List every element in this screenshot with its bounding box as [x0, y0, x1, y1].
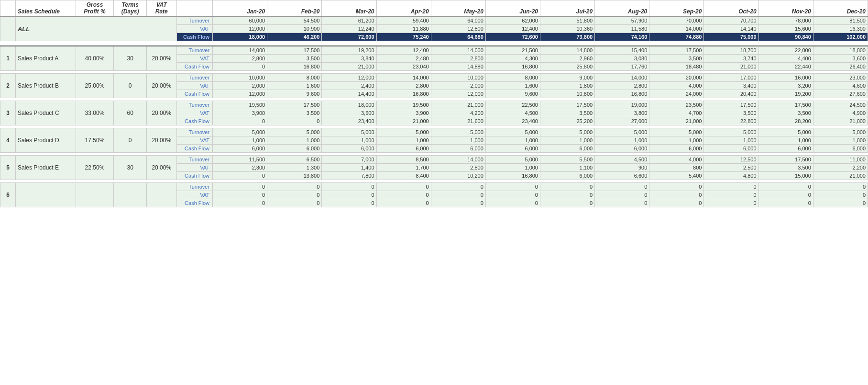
product-2-vat-val: 2,000	[213, 81, 267, 90]
product-3-cashflow-val: 21,000	[649, 117, 704, 125]
product-4-vat-val: 1,000	[431, 136, 485, 144]
product-4-name: Sales Product D	[15, 128, 76, 152]
product-6-turnover-val: 0	[267, 182, 322, 191]
product-1-vat-val: 3,080	[595, 54, 649, 62]
product-2-vat-val: 1,600	[485, 81, 540, 90]
product-4-vat-label: VAT	[176, 136, 212, 144]
product-5-vat-val: 1,000	[485, 163, 540, 171]
all-turnover-val: 62,000	[485, 16, 540, 25]
product-1-cashflow-val: 16,800	[267, 62, 322, 70]
product-3-cashflow-val: 0	[213, 117, 267, 125]
product-5-turnover-val: 8,500	[376, 155, 431, 163]
product-3-cashflow-val: 27,000	[595, 117, 649, 125]
product-4-turnover-val: 5,000	[431, 128, 485, 136]
product-6-vat-rate	[146, 182, 176, 207]
product-4-cashflow-val: 6,000	[758, 144, 813, 152]
product-5-cashflow-val: 16,800	[485, 171, 540, 180]
product-5-vat-val: 2,300	[213, 163, 267, 171]
product-1-cashflow-val: 22,440	[758, 62, 813, 70]
product-2-turnover-val: 12,000	[322, 73, 376, 81]
product-3-cashflow-val: 25,200	[540, 117, 594, 125]
all-vat-val: 12,400	[485, 25, 540, 33]
product-3-turnover-val: 18,000	[322, 101, 376, 109]
product-1-vat-val: 3,600	[813, 54, 868, 62]
product-2-cashflow-val: 9,600	[267, 90, 322, 98]
product-1-name: Sales Product A	[15, 46, 76, 71]
product-1-turnover-val: 22,000	[758, 46, 813, 55]
product-1-vat-val: 4,300	[485, 54, 540, 62]
product-3-vat-val: 3,500	[704, 109, 758, 117]
product-5-vat-val: 1,300	[267, 163, 322, 171]
product-2-cashflow-val: 20,400	[704, 90, 758, 98]
product-5-cashflow-val: 6,600	[595, 171, 649, 180]
header-mar: Mar-20	[322, 0, 376, 17]
product-2-turnover-row: 2 Sales Product B 25.00% 0 20.00% Turnov…	[0, 73, 868, 81]
all-name: ALL	[15, 16, 176, 41]
product-5-vat-val: 1,400	[322, 163, 376, 171]
product-2-cashflow-val: 16,800	[595, 90, 649, 98]
product-2-vat-val: 2,000	[431, 81, 485, 90]
header-sep: Sep-20	[649, 0, 704, 17]
product-2-turnover-val: 9,000	[540, 73, 594, 81]
product-3-cashflow-val: 21,600	[431, 117, 485, 125]
product-3-turnover-val: 21,000	[431, 101, 485, 109]
product-4-vat-val: 1,000	[649, 136, 704, 144]
product-5-turnover-val: 7,000	[322, 155, 376, 163]
product-4-terms: 0	[114, 128, 146, 152]
product-6-turnover-row: 6 Turnover 000000000000	[0, 182, 868, 191]
product-6-cashflow-val: 0	[431, 199, 485, 207]
product-2-turnover-label: Turnover	[176, 73, 212, 81]
product-5-cashflow-val: 10,200	[431, 171, 485, 180]
product-3-cashflow-val: 28,200	[758, 117, 813, 125]
product-5-turnover-row: 5 Sales Product E 22.50% 30 20.00% Turno…	[0, 155, 868, 163]
product-6-cashflow-val: 0	[213, 199, 267, 207]
product-1-turnover-val: 17,500	[649, 46, 704, 55]
product-1-vat-val: 3,500	[649, 54, 704, 62]
product-2-terms: 0	[114, 73, 146, 98]
product-6-vat-val: 0	[595, 191, 649, 199]
all-turnover-val: 78,000	[758, 16, 813, 25]
product-3-vat-val: 3,800	[595, 109, 649, 117]
product-1-turnover-val: 18,700	[704, 46, 758, 55]
product-4-turnover-val: 5,000	[213, 128, 267, 136]
product-4-cashflow-val: 6,000	[485, 144, 540, 152]
all-vat-val: 10,900	[267, 25, 322, 33]
product-2-turnover-val: 10,000	[431, 73, 485, 81]
product-6-turnover-val: 0	[322, 182, 376, 191]
product-2-cashflow-label: Cash Flow	[176, 90, 212, 98]
product-5-turnover-val: 11,500	[213, 155, 267, 163]
all-turnover-val: 70,700	[704, 16, 758, 25]
product-2-vat-val: 1,800	[540, 81, 594, 90]
product-4-vat-val: 1,000	[267, 136, 322, 144]
product-4-turnover-val: 5,000	[595, 128, 649, 136]
product-2-cashflow-val: 16,800	[376, 90, 431, 98]
product-1-cashflow-val: 23,040	[376, 62, 431, 70]
product-4-vat-val: 1,000	[322, 136, 376, 144]
product-6-vat-label: VAT	[176, 191, 212, 199]
product-6-vat-val: 0	[322, 191, 376, 199]
product-4-idx: 4	[0, 128, 16, 152]
column-headers: Sales Schedule GrossProfit % Terms(Days)…	[0, 0, 868, 17]
product-4-turnover-val: 5,000	[376, 128, 431, 136]
product-1-vat-val: 2,960	[540, 54, 594, 62]
product-5-turnover-val: 4,000	[649, 155, 704, 163]
product-2-vat-val: 2,800	[595, 81, 649, 90]
product-3-turnover-val: 19,500	[213, 101, 267, 109]
product-3-turnover-val: 22,500	[485, 101, 540, 109]
product-6-cashflow-val: 0	[485, 199, 540, 207]
product-3-turnover-val: 17,500	[704, 101, 758, 109]
product-3-cashflow-val: 23,400	[485, 117, 540, 125]
product-1-turnover-val: 12,400	[376, 46, 431, 55]
header-jul: Jul-20	[540, 0, 594, 17]
product-1-gp: 40.00%	[76, 46, 114, 71]
product-1-vat-val: 3,840	[322, 54, 376, 62]
product-6-cashflow-val: 0	[376, 199, 431, 207]
all-cashflow-val: 75,240	[376, 33, 431, 41]
all-cashflow-val: 46,200	[267, 33, 322, 41]
product-4-gp: 17.50%	[76, 128, 114, 152]
product-4-cashflow-label: Cash Flow	[176, 144, 212, 152]
product-1-vat-val: 4,400	[758, 54, 813, 62]
header-type	[176, 0, 212, 17]
product-3-vat-rate: 20.00%	[146, 101, 176, 125]
header-vat-rate: VATRate	[146, 0, 176, 17]
